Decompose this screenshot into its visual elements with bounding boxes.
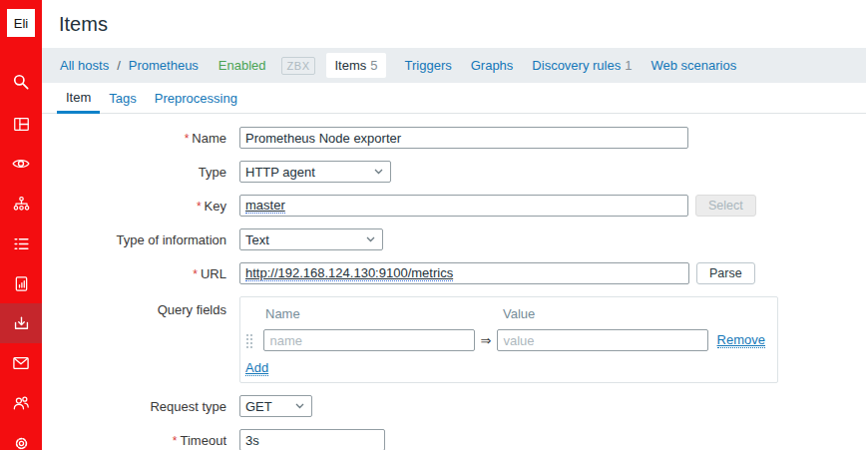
type-label: Type (199, 165, 226, 180)
form-row-query-fields: Query fields Name Value ⇒ Remove Add (42, 296, 868, 383)
dashboard-grid-icon (12, 115, 31, 134)
sidebar-item-search[interactable] (0, 62, 42, 102)
query-fields-table: Name Value ⇒ Remove Add (239, 296, 778, 383)
sidebar: Eli (0, 0, 42, 450)
tab-item[interactable]: Item (57, 83, 100, 114)
chevron-down-icon (366, 236, 375, 242)
type-of-information-select[interactable]: Text (239, 228, 383, 250)
type-select[interactable]: HTTP agent (239, 161, 391, 183)
envelope-icon (11, 353, 31, 373)
type-of-information-value: Text (245, 232, 269, 247)
sidebar-item-services[interactable] (0, 184, 42, 224)
sidebar-item-data-collection[interactable] (0, 303, 42, 343)
name-label: Name (192, 131, 226, 146)
host-nav-items-active[interactable]: Items5 (326, 53, 385, 78)
page-header: Items (42, 0, 868, 48)
app-logo[interactable]: Eli (7, 9, 35, 37)
form-row-url: *URL http://192.168.124.130:9100/metrics… (42, 262, 868, 284)
key-label: Key (205, 199, 226, 214)
tab-tags[interactable]: Tags (100, 83, 145, 114)
breadcrumb: All hosts / Prometheus Enabled ZBX Items… (42, 48, 866, 83)
hierarchy-icon (12, 195, 31, 214)
breadcrumb-all-hosts-link[interactable]: All hosts (60, 58, 109, 73)
query-field-value-input[interactable] (497, 329, 707, 351)
host-nav: Items5 Triggers Graphs Discovery rules1 … (326, 53, 755, 78)
query-field-remove-link[interactable]: Remove (717, 332, 765, 348)
tab-preprocessing[interactable]: Preprocessing (146, 83, 246, 114)
url-parse-button[interactable]: Parse (696, 262, 755, 284)
download-tray-icon (12, 314, 31, 333)
key-input[interactable]: master (239, 195, 688, 217)
tab-bar: Item Tags Preprocessing (42, 83, 866, 114)
name-input[interactable] (239, 127, 688, 149)
host-nav-discovery-rules[interactable]: Discovery rules1 (532, 58, 632, 73)
host-nav-web-scenarios-link[interactable]: Web scenarios (651, 58, 736, 73)
host-nav-discovery-rules-link[interactable]: Discovery rules (532, 58, 621, 73)
eye-icon (11, 154, 31, 174)
query-fields-name-header: Name (265, 306, 503, 321)
sidebar-item-inventory[interactable] (0, 224, 42, 263)
sidebar-item-users[interactable] (0, 383, 42, 423)
key-input-value: master (245, 199, 285, 214)
request-type-select[interactable]: GET (239, 395, 312, 417)
form-row-name: *Name (42, 127, 868, 149)
sidebar-item-dashboards[interactable] (0, 104, 42, 144)
report-chart-icon (12, 274, 31, 293)
url-input[interactable]: http://192.168.124.130:9100/metrics (239, 262, 689, 284)
sidebar-item-alerts[interactable] (0, 343, 42, 383)
form-row-type-of-information: Type of information Text (42, 228, 868, 250)
form-row-key: *Key master Select (42, 195, 868, 217)
form-row-timeout: *Timeout (42, 429, 868, 450)
host-nav-items-label: Items (334, 58, 366, 73)
required-marker: * (173, 434, 178, 448)
key-select-button[interactable]: Select (695, 195, 756, 217)
url-label: URL (201, 266, 226, 281)
search-icon (11, 72, 31, 92)
sidebar-item-monitoring[interactable] (0, 144, 42, 184)
chevron-down-icon (374, 169, 383, 175)
discovery-rules-count: 1 (625, 58, 632, 73)
breadcrumb-host-link[interactable]: Prometheus (129, 58, 199, 73)
request-type-value: GET (245, 399, 272, 414)
gear-icon (12, 434, 31, 450)
type-select-value: HTTP agent (245, 165, 315, 180)
users-icon (11, 393, 31, 413)
breadcrumb-separator: / (117, 58, 121, 73)
url-input-value: http://192.168.124.130:9100/metrics (245, 266, 453, 281)
sidebar-item-administration[interactable] (0, 423, 42, 450)
query-field-row: ⇒ Remove (245, 329, 765, 351)
form-row-request-type: Request type GET (42, 395, 868, 417)
required-marker: * (197, 200, 202, 214)
items-count: 5 (370, 58, 377, 73)
query-field-add-link[interactable]: Add (245, 360, 268, 376)
query-fields-label: Query fields (158, 302, 226, 317)
drag-handle-icon[interactable] (245, 333, 254, 348)
zbx-availability-badge: ZBX (281, 57, 316, 75)
host-status-enabled: Enabled (218, 58, 266, 73)
chevron-down-icon (295, 403, 304, 409)
main-content: Items All hosts / Prometheus Enabled ZBX… (42, 0, 868, 450)
required-marker: * (193, 267, 198, 281)
page-title: Items (59, 13, 108, 36)
query-fields-value-header: Value (503, 306, 535, 321)
host-nav-triggers-link[interactable]: Triggers (405, 58, 452, 73)
host-nav-graphs-link[interactable]: Graphs (471, 58, 514, 73)
item-form: *Name Type HTTP agent *Key master Select… (42, 114, 868, 450)
form-row-type: Type HTTP agent (42, 161, 868, 183)
query-field-name-input[interactable] (263, 329, 474, 351)
maps-to-arrow: ⇒ (481, 333, 492, 348)
type-of-information-label: Type of information (116, 232, 226, 247)
list-icon (12, 234, 31, 253)
request-type-label: Request type (150, 399, 226, 414)
timeout-label: Timeout (181, 433, 226, 448)
timeout-input[interactable] (239, 429, 385, 450)
sidebar-item-reports[interactable] (0, 263, 42, 303)
required-marker: * (185, 132, 190, 146)
